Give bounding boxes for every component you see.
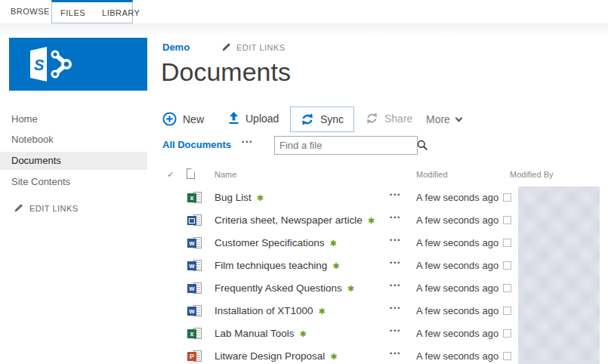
row-ellipsis-icon[interactable]: •••	[390, 191, 401, 199]
file-type-icon	[187, 216, 196, 225]
sharepoint-logo[interactable]: S	[9, 38, 147, 91]
file-name-cell[interactable]: Film techniques teaching✱	[214, 260, 340, 271]
file-icon: w	[187, 237, 202, 249]
row-ellipsis-icon[interactable]: •••	[390, 259, 401, 267]
row-ellipsis-icon[interactable]: •••	[390, 304, 401, 312]
tab-files[interactable]: FILES	[52, 8, 94, 17]
page-title: Documents	[161, 57, 291, 87]
new-badge-icon: ✱	[319, 307, 326, 316]
blur-mosaic	[518, 187, 600, 364]
view-selector-all-documents[interactable]: All Documents	[162, 139, 231, 150]
row-checkbox[interactable]	[503, 329, 511, 338]
row-checkbox[interactable]	[503, 216, 511, 224]
share-icon	[366, 112, 378, 125]
file-type-column-icon[interactable]	[187, 168, 195, 179]
file-icon: w	[187, 282, 202, 295]
sidebar-item-notebook[interactable]: Notebook	[0, 131, 147, 149]
file-icon: w	[187, 260, 202, 272]
ribbon-divider	[0, 23, 608, 34]
search-input[interactable]	[275, 140, 417, 151]
search-icon[interactable]	[417, 140, 428, 151]
new-badge-icon: ✱	[332, 261, 339, 270]
table-row: P Litware Design Proposal✱ ••• A few sec…	[0, 345, 608, 364]
tab-browse[interactable]: BROWSE	[11, 0, 50, 23]
new-badge-icon: ✱	[347, 284, 354, 293]
row-ellipsis-icon[interactable]: •••	[390, 236, 401, 244]
select-all-checkmark-icon[interactable]: ✓	[167, 169, 174, 180]
row-ellipsis-icon[interactable]: •••	[390, 327, 401, 335]
row-ellipsis-icon[interactable]: •••	[390, 282, 401, 289]
file-name-cell[interactable]: Litware Design Proposal✱	[214, 350, 338, 362]
table-row: w Customer Specifications✱ ••• A few sec…	[0, 232, 608, 254]
file-name-link[interactable]: Lab Manual Tools	[214, 328, 295, 339]
tab-library[interactable]: LIBRARY	[94, 8, 148, 17]
upload-button-label: Upload	[245, 113, 279, 125]
table-row: x Bug List✱ ••• A few seconds ago	[0, 187, 608, 209]
file-icon: x	[187, 328, 202, 340]
more-button-label: More	[426, 113, 450, 125]
row-checkbox[interactable]	[503, 352, 511, 360]
row-ellipsis-icon[interactable]: •••	[390, 350, 401, 357]
modified-cell: A few seconds ago	[416, 328, 498, 339]
upload-button[interactable]: Upload	[228, 112, 279, 125]
row-checkbox[interactable]	[503, 239, 511, 247]
header-edit-links[interactable]: EDIT LINKS	[221, 42, 285, 52]
modified-cell: A few seconds ago	[416, 305, 498, 316]
modified-cell: A few seconds ago	[416, 350, 498, 362]
file-name-cell[interactable]: Bug List✱	[214, 192, 264, 203]
file-type-icon: x	[187, 329, 196, 338]
file-type-icon: P	[187, 352, 196, 361]
sync-button[interactable]: Sync	[290, 106, 354, 132]
share-button-label: Share	[384, 113, 412, 125]
sync-button-label: Sync	[320, 113, 344, 125]
file-type-icon: w	[187, 284, 196, 293]
file-name-cell[interactable]: Frequently Asked Questions✱	[214, 282, 354, 294]
table-row: w Frequently Asked Questions✱ ••• A few …	[0, 277, 608, 300]
row-ellipsis-icon[interactable]: •••	[390, 214, 401, 221]
column-header-modified-by[interactable]: Modified By	[510, 170, 553, 179]
file-name-link[interactable]: Frequently Asked Questions	[214, 282, 342, 294]
file-type-icon: w	[187, 307, 196, 316]
row-checkbox[interactable]	[503, 261, 511, 270]
new-badge-icon: ✱	[257, 193, 264, 202]
table-row: w Film techniques teaching✱ ••• A few se…	[0, 254, 608, 277]
new-button[interactable]: New	[162, 112, 204, 126]
document-rows: x Bug List✱ ••• A few seconds ago Criter…	[0, 187, 608, 364]
row-checkbox[interactable]	[503, 193, 511, 202]
new-badge-icon: ✱	[330, 239, 337, 248]
view-options-ellipsis-icon[interactable]: •••	[242, 138, 253, 146]
file-name-link[interactable]: Bug List	[214, 192, 252, 203]
file-name-cell[interactable]: Criteria sheet, Newspaper article✱	[214, 214, 375, 226]
file-name-cell[interactable]: Lab Manual Tools✱	[214, 328, 307, 339]
sidebar-item-home[interactable]: Home	[0, 110, 147, 128]
new-button-label: New	[183, 113, 204, 125]
sync-icon	[301, 113, 314, 126]
sidebar-item-documents[interactable]: Documents	[0, 152, 147, 170]
ribbon-tab-group: FILES LIBRARY	[51, 0, 133, 23]
file-name-cell[interactable]: Customer Specifications✱	[214, 237, 337, 248]
modified-cell: A few seconds ago	[416, 192, 498, 203]
ribbon-bar: BROWSE FILES LIBRARY	[0, 0, 608, 23]
share-button[interactable]: Share	[366, 112, 412, 125]
modified-cell: A few seconds ago	[416, 214, 498, 226]
row-checkbox[interactable]	[503, 284, 511, 292]
more-button[interactable]: More	[426, 113, 461, 125]
find-a-file-search	[274, 136, 418, 155]
file-name-link[interactable]: Criteria sheet, Newspaper article	[214, 214, 363, 226]
breadcrumb[interactable]: Demo	[162, 42, 190, 53]
modified-cell: A few seconds ago	[416, 237, 498, 248]
file-name-link[interactable]: Litware Design Proposal	[214, 350, 325, 362]
file-name-cell[interactable]: Installation of XT1000✱	[214, 305, 326, 316]
file-name-link[interactable]: Film techniques teaching	[214, 260, 327, 271]
column-header-name[interactable]: Name	[214, 170, 236, 179]
sharepoint-logo-icon: S	[27, 45, 80, 83]
table-row: w Installation of XT1000✱ ••• A few seco…	[0, 300, 608, 322]
file-name-link[interactable]: Customer Specifications	[214, 237, 325, 248]
modified-cell: A few seconds ago	[416, 260, 498, 271]
file-name-link[interactable]: Installation of XT1000	[214, 305, 313, 316]
column-header-modified[interactable]: Modified	[416, 170, 448, 179]
new-badge-icon: ✱	[330, 352, 337, 361]
file-type-icon: w	[187, 261, 196, 270]
row-checkbox[interactable]	[503, 307, 511, 315]
pencil-icon	[221, 42, 231, 52]
